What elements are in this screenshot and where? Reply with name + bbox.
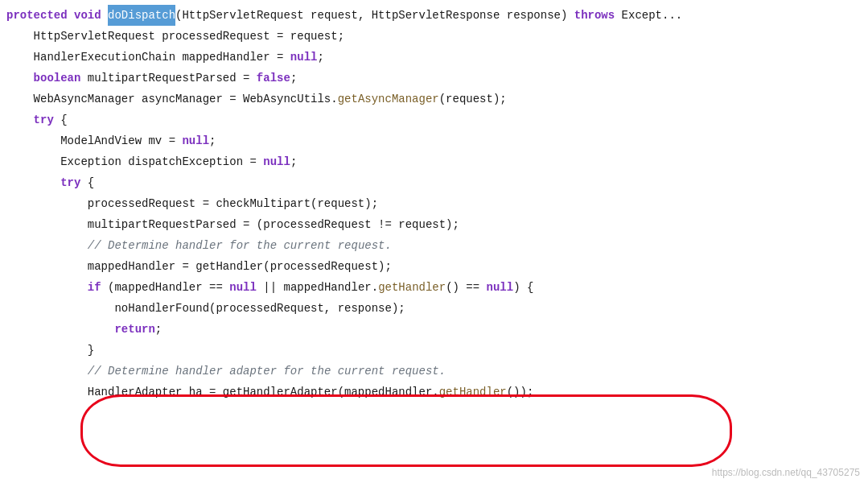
code-line: ModelAndView mv = null; [0,130,868,151]
code-token: Exception dispatchException = [6,151,263,172]
code-token: || mappedHandler. [257,277,378,298]
code-token [101,5,108,26]
code-token: // Determine handler for the current req… [88,235,392,256]
code-token [6,235,88,256]
code-token: mappedHandler = getHandler(processedRequ… [6,256,392,277]
code-token [6,319,114,340]
code-token: null [182,130,209,151]
code-token: if [88,277,101,298]
annotation-oval [80,394,732,467]
code-token: (HttpServletRequest request, HttpServlet… [175,5,574,26]
code-token: ) { [513,277,533,298]
code-token: WebAsyncManager asyncManager = WebAsyncU… [6,89,338,109]
code-token: ; [290,68,297,89]
code-token: HttpServletRequest processedRequest = re… [6,26,344,47]
code-token: null [229,277,257,298]
code-token: HandlerAdapter ha = getHandlerAdapter(ma… [6,382,439,402]
code-line: noHandlerFound(processedRequest, respons… [0,298,868,319]
code-token [6,109,34,130]
code-line: // Determine handler for the current req… [0,235,868,256]
code-token: try [60,172,80,193]
code-token [6,172,60,193]
code-token: ; [155,319,162,340]
code-line: try { [0,172,868,193]
code-line: HandlerAdapter ha = getHandlerAdapter(ma… [0,382,868,402]
code-line: boolean multipartRequestParsed = false; [0,68,868,89]
code-token: } [6,340,94,361]
code-token: { [80,172,94,193]
code-line: processedRequest = checkMultipart(reques… [0,193,868,214]
code-line: mappedHandler = getHandler(processedRequ… [0,256,868,277]
code-line: HttpServletRequest processedRequest = re… [0,26,868,47]
code-token: void [74,5,101,26]
code-token: { [54,109,68,130]
code-token: boolean [34,68,81,89]
code-token: // Determine handler adapter for the cur… [88,361,446,382]
code-token: protected [6,5,68,26]
code-line: HandlerExecutionChain mappedHandler = nu… [0,47,868,68]
code-token: null [487,277,514,298]
code-token: () == [446,277,486,298]
code-token: null [290,47,318,68]
code-line: if (mappedHandler == null || mappedHandl… [0,277,868,298]
code-token: getHandler [439,382,507,402]
code-token: HandlerExecutionChain mappedHandler = [6,47,290,68]
code-line: try { [0,109,868,130]
code-viewer: protected void doDispatch(HttpServletReq… [0,0,868,483]
code-token: ; [209,130,216,151]
code-token: ModelAndView mv = [6,130,182,151]
code-token: try [34,109,54,130]
code-token: doDispatch [108,5,175,26]
code-token [6,361,88,382]
code-token: return [114,319,154,340]
code-token: false [257,68,290,89]
code-token: throws [574,5,615,26]
code-line: // Determine handler adapter for the cur… [0,361,868,382]
code-token: noHandlerFound(processedRequest, respons… [6,298,405,319]
code-token: processedRequest = checkMultipart(reques… [6,193,378,214]
code-line: } [0,340,868,361]
code-line: multipartRequestParsed = (processedReque… [0,214,868,235]
code-line: WebAsyncManager asyncManager = WebAsyncU… [0,89,868,109]
code-line: protected void doDispatch(HttpServletReq… [0,5,868,26]
code-token [6,68,34,89]
code-token: ; [317,47,323,68]
code-token: getHandler [378,277,446,298]
code-token: (request); [439,89,507,109]
code-token: ()); [507,382,534,402]
code-token [6,277,88,298]
code-token [68,5,74,26]
code-line: return; [0,319,868,340]
code-token: null [263,151,290,172]
watermark: https://blog.csdn.net/qq_43705275 [712,467,860,478]
code-token: multipartRequestParsed = [80,68,256,89]
code-token: Except... [615,5,682,26]
code-token: multipartRequestParsed = (processedReque… [6,214,459,235]
code-line: Exception dispatchException = null; [0,151,868,172]
code-token: getAsyncManager [338,89,439,109]
code-token: ; [290,151,297,172]
code-token: (mappedHandler == [101,277,230,298]
